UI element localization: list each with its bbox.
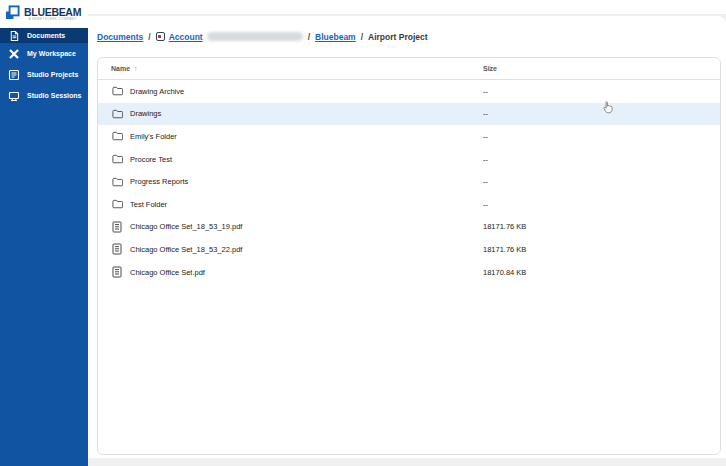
size-cell: 18171.76 KB	[483, 222, 720, 231]
mouse-cursor-hand-icon	[602, 100, 614, 118]
column-header-name[interactable]: Name ↑	[111, 65, 483, 72]
item-name: Drawings	[130, 109, 161, 118]
table-row-test-folder[interactable]: Test Folder--	[98, 193, 720, 216]
table-row-procore-test[interactable]: Procore Test--	[98, 148, 720, 171]
redacted-account-name	[207, 32, 303, 41]
sidebar: BLUEBEAM A NEMETSCHEK COMPANY DocumentsM…	[0, 0, 88, 466]
table-header-row: Name ↑ Size	[98, 58, 720, 80]
name-cell: Chicago Office Set.pdf	[111, 266, 483, 278]
breadcrumb: Documents/Account/Bluebeam/Airport Proje…	[97, 30, 428, 43]
size-cell: --	[483, 132, 720, 141]
folder-icon	[111, 198, 123, 210]
sidebar-item-label: Studio Sessions	[27, 92, 81, 99]
size-cell: --	[483, 200, 720, 209]
name-cell: Drawing Archive	[111, 85, 483, 97]
table-row-drawings[interactable]: Drawings--	[98, 103, 720, 126]
column-header-size-label: Size	[483, 65, 497, 72]
sidebar-item-label: My Workspace	[27, 50, 76, 57]
breadcrumb-item-bluebeam[interactable]: Bluebeam	[315, 32, 356, 42]
file-icon	[111, 266, 123, 278]
table-row-chicago-office-set-18-53-22-pdf[interactable]: Chicago Office Set_18_53_22.pdf18171.76 …	[98, 238, 720, 261]
sidebar-item-label: Documents	[27, 32, 65, 39]
column-header-name-label: Name	[111, 65, 130, 72]
breadcrumb-separator: /	[308, 32, 310, 42]
up-arrow-icon: ↑	[134, 65, 138, 72]
item-name: Emily's Folder	[130, 132, 177, 141]
item-name: Chicago Office Set_18_53_19.pdf	[130, 222, 242, 231]
sidebar-item-label: Studio Projects	[27, 71, 78, 78]
file-icon	[111, 221, 123, 233]
item-name: Drawing Archive	[130, 87, 184, 96]
name-cell: Chicago Office Set_18_53_22.pdf	[111, 243, 483, 255]
item-name: Chicago Office Set_18_53_22.pdf	[130, 245, 242, 254]
size-cell: --	[483, 177, 720, 186]
breadcrumb-item-label: Airport Project	[368, 32, 428, 42]
logo-text: BLUEBEAM	[24, 7, 81, 18]
sidebar-item-studio-sessions[interactable]: Studio Sessions	[0, 85, 88, 106]
documents-icon	[8, 30, 20, 42]
name-cell: Drawings	[111, 108, 483, 120]
table-row-chicago-office-set-18-53-19-pdf[interactable]: Chicago Office Set_18_53_19.pdf18171.76 …	[98, 216, 720, 239]
item-name: Progress Reports	[130, 177, 188, 186]
top-header-strip	[88, 0, 726, 15]
breadcrumb-separator: /	[148, 32, 150, 42]
breadcrumb-item-label: Account	[169, 32, 203, 42]
folder-icon	[111, 85, 123, 97]
item-name: Chicago Office Set.pdf	[130, 268, 205, 277]
item-name: Test Folder	[130, 200, 167, 209]
table-row-emily-s-folder[interactable]: Emily's Folder--	[98, 125, 720, 148]
table-row-drawing-archive[interactable]: Drawing Archive--	[98, 80, 720, 103]
studio-sessions-icon	[8, 90, 20, 102]
documents-table: Name ↑ Size Drawing Archive--Drawings--E…	[97, 57, 721, 455]
name-cell: Test Folder	[111, 198, 483, 210]
breadcrumb-item-airport-project: Airport Project	[368, 32, 428, 42]
sidebar-item-documents[interactable]: Documents	[0, 28, 88, 43]
table-row-chicago-office-set-pdf[interactable]: Chicago Office Set.pdf18170.84 KB	[98, 261, 720, 284]
folder-icon	[111, 153, 123, 165]
size-cell: 18170.84 KB	[483, 268, 720, 277]
folder-icon	[111, 108, 123, 120]
breadcrumb-item-documents[interactable]: Documents	[97, 32, 143, 42]
item-name: Procore Test	[130, 155, 172, 164]
table-row-progress-reports[interactable]: Progress Reports--	[98, 170, 720, 193]
sidebar-item-studio-projects[interactable]: Studio Projects	[0, 64, 88, 85]
column-header-size[interactable]: Size	[483, 65, 720, 72]
name-cell: Chicago Office Set_18_53_19.pdf	[111, 221, 483, 233]
breadcrumb-item-label: Documents	[97, 32, 143, 42]
name-cell: Procore Test	[111, 153, 483, 165]
size-cell: --	[483, 155, 720, 164]
folder-icon	[111, 130, 123, 142]
name-cell: Emily's Folder	[111, 130, 483, 142]
breadcrumb-separator: /	[361, 32, 363, 42]
folder-icon	[111, 176, 123, 188]
breadcrumb-item-account[interactable]: Account	[156, 32, 303, 42]
logo-tagline: A NEMETSCHEK COMPANY	[24, 18, 81, 21]
breadcrumb-item-label: Bluebeam	[315, 32, 356, 42]
table-body: Drawing Archive--Drawings--Emily's Folde…	[98, 80, 720, 283]
app-logo: BLUEBEAM A NEMETSCHEK COMPANY	[0, 0, 88, 28]
sidebar-nav: DocumentsMy WorkspaceStudio ProjectsStud…	[0, 28, 88, 106]
bluebeam-logo-icon	[5, 5, 20, 24]
sidebar-item-my-workspace[interactable]: My Workspace	[0, 43, 88, 64]
name-cell: Progress Reports	[111, 176, 483, 188]
size-cell: --	[483, 87, 720, 96]
connector-icon	[156, 32, 165, 41]
size-cell: 18171.76 KB	[483, 245, 720, 254]
studio-projects-icon	[8, 69, 20, 81]
file-icon	[111, 243, 123, 255]
workspace-icon	[8, 48, 20, 60]
